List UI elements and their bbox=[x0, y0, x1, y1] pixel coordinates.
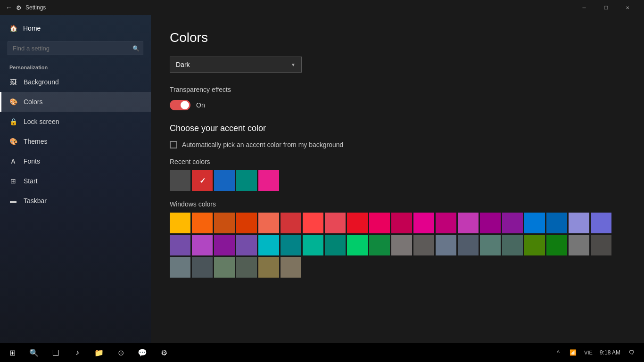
tray-wifi-icon[interactable]: 📶 bbox=[567, 343, 580, 362]
taskbar-icon: ▬ bbox=[9, 197, 17, 205]
windows-color-swatch-4[interactable] bbox=[258, 213, 279, 233]
windows-color-swatch-37[interactable] bbox=[546, 235, 567, 255]
sidebar-item-background[interactable]: 🖼 Background bbox=[0, 72, 151, 92]
chevron-down-icon: ▼ bbox=[291, 62, 296, 67]
windows-color-swatch-29[interactable] bbox=[369, 235, 390, 255]
search-input[interactable] bbox=[8, 41, 143, 55]
taskbar-search-button[interactable]: 🔍 bbox=[24, 343, 44, 362]
windows-colors-grid bbox=[170, 213, 625, 278]
sidebar-item-colors[interactable]: 🎨 Colors bbox=[0, 92, 151, 112]
settings-icon: ⚙ bbox=[16, 4, 22, 11]
start-icon: ⊞ bbox=[9, 177, 17, 185]
auto-pick-row: Automatically pick an accent color from … bbox=[170, 141, 625, 148]
theme-dropdown[interactable]: Dark ▼ bbox=[170, 57, 302, 73]
taskbar-app-spotify[interactable]: ♪ bbox=[67, 343, 88, 362]
notification-icon[interactable]: 🗨 bbox=[625, 343, 638, 362]
sidebar-item-themes[interactable]: 🎨 Themes bbox=[0, 132, 151, 151]
auto-pick-label: Automatically pick an accent color from … bbox=[182, 141, 343, 148]
windows-color-swatch-31[interactable] bbox=[413, 235, 434, 255]
auto-pick-checkbox[interactable] bbox=[170, 141, 177, 148]
taskbar-apps: ♪ 📁 ⊙ 💬 ⚙ bbox=[67, 343, 174, 362]
windows-color-swatch-7[interactable] bbox=[325, 213, 346, 233]
sidebar-home-label: Home bbox=[23, 25, 41, 32]
windows-color-swatch-40[interactable] bbox=[170, 257, 190, 278]
windows-color-swatch-24[interactable] bbox=[258, 235, 279, 255]
titlebar-title: Settings bbox=[25, 4, 570, 11]
windows-color-swatch-1[interactable] bbox=[192, 213, 213, 233]
toggle-knob bbox=[181, 101, 189, 109]
windows-color-swatch-23[interactable] bbox=[236, 235, 257, 255]
recent-color-swatch-3[interactable] bbox=[236, 170, 257, 191]
windows-color-swatch-25[interactable] bbox=[281, 235, 301, 255]
windows-color-swatch-42[interactable] bbox=[214, 257, 235, 278]
windows-color-swatch-22[interactable] bbox=[214, 235, 235, 255]
windows-color-swatch-13[interactable] bbox=[458, 213, 479, 233]
windows-color-swatch-9[interactable] bbox=[369, 213, 390, 233]
windows-color-swatch-6[interactable] bbox=[303, 213, 323, 233]
windows-color-swatch-0[interactable] bbox=[170, 213, 190, 233]
windows-color-swatch-28[interactable] bbox=[347, 235, 368, 255]
maximize-button[interactable]: ☐ bbox=[595, 0, 617, 15]
sidebar-item-home[interactable]: 🏠 Home bbox=[0, 17, 151, 40]
tray-language[interactable]: VIE bbox=[582, 343, 595, 362]
taskbar-app-chrome[interactable]: ⊙ bbox=[110, 343, 131, 362]
windows-color-swatch-5[interactable] bbox=[281, 213, 301, 233]
windows-color-swatch-41[interactable] bbox=[192, 257, 213, 278]
sidebar-item-taskbar-label: Taskbar bbox=[24, 197, 47, 205]
content-area: Colors Dark ▼ Transparency effects On Ch… bbox=[151, 15, 644, 343]
transparency-toggle[interactable] bbox=[170, 100, 190, 110]
windows-color-swatch-36[interactable] bbox=[524, 235, 545, 255]
tray-chevron[interactable]: ^ bbox=[552, 343, 565, 362]
windows-color-swatch-2[interactable] bbox=[214, 213, 235, 233]
windows-color-swatch-3[interactable] bbox=[236, 213, 257, 233]
close-button[interactable]: ✕ bbox=[617, 0, 638, 15]
windows-color-swatch-35[interactable] bbox=[502, 235, 523, 255]
themes-icon: 🎨 bbox=[9, 138, 17, 145]
windows-color-swatch-34[interactable] bbox=[480, 235, 501, 255]
accent-color-heading: Choose your accent color bbox=[170, 123, 625, 133]
titlebar: ← ⚙ Settings ─ ☐ ✕ bbox=[0, 0, 644, 15]
windows-color-swatch-15[interactable] bbox=[502, 213, 523, 233]
taskbar-app-wechat[interactable]: 💬 bbox=[132, 343, 153, 362]
minimize-button[interactable]: ─ bbox=[573, 0, 595, 15]
taskbar-app-files[interactable]: 📁 bbox=[89, 343, 109, 362]
windows-color-swatch-27[interactable] bbox=[325, 235, 346, 255]
app-body: 🏠 Home 🔍 Personalization 🖼 Background 🎨 … bbox=[0, 15, 644, 343]
windows-color-swatch-21[interactable] bbox=[192, 235, 213, 255]
start-button[interactable]: ⊞ bbox=[2, 343, 23, 362]
sidebar-item-lock-screen[interactable]: 🔒 Lock screen bbox=[0, 112, 151, 132]
back-button[interactable]: ← bbox=[6, 4, 12, 11]
sidebar-item-taskbar[interactable]: ▬ Taskbar bbox=[0, 191, 151, 211]
windows-color-swatch-17[interactable] bbox=[546, 213, 567, 233]
windows-color-swatch-44[interactable] bbox=[258, 257, 279, 278]
taskbar-app-settings[interactable]: ⚙ bbox=[154, 343, 174, 362]
windows-color-swatch-10[interactable] bbox=[391, 213, 412, 233]
windows-color-swatch-20[interactable] bbox=[170, 235, 190, 255]
windows-color-swatch-14[interactable] bbox=[480, 213, 501, 233]
windows-color-swatch-38[interactable] bbox=[569, 235, 589, 255]
windows-color-swatch-8[interactable] bbox=[347, 213, 368, 233]
windows-color-swatch-16[interactable] bbox=[524, 213, 545, 233]
windows-color-swatch-30[interactable] bbox=[391, 235, 412, 255]
recent-color-swatch-4[interactable] bbox=[258, 170, 279, 191]
recent-color-swatch-2[interactable] bbox=[214, 170, 235, 191]
windows-color-swatch-45[interactable] bbox=[281, 257, 301, 278]
windows-color-swatch-33[interactable] bbox=[458, 235, 479, 255]
sidebar-item-start[interactable]: ⊞ Start bbox=[0, 171, 151, 191]
windows-color-swatch-19[interactable] bbox=[591, 213, 611, 233]
recent-colors-label: Recent colors bbox=[170, 158, 625, 165]
windows-color-swatch-39[interactable] bbox=[591, 235, 611, 255]
windows-color-swatch-43[interactable] bbox=[236, 257, 257, 278]
taskbar-clock[interactable]: 9:18 AM bbox=[597, 349, 623, 357]
windows-color-swatch-26[interactable] bbox=[303, 235, 323, 255]
windows-color-swatch-32[interactable] bbox=[436, 235, 456, 255]
sidebar-item-colors-label: Colors bbox=[24, 98, 42, 106]
windows-color-swatch-12[interactable] bbox=[436, 213, 456, 233]
sidebar-item-fonts[interactable]: A Fonts bbox=[0, 151, 151, 171]
windows-color-swatch-11[interactable] bbox=[413, 213, 434, 233]
recent-color-swatch-1[interactable] bbox=[192, 170, 213, 191]
windows-color-swatch-18[interactable] bbox=[569, 213, 589, 233]
taskbar-task-view-button[interactable]: ❑ bbox=[45, 343, 66, 362]
search-icon: 🔍 bbox=[132, 45, 140, 52]
recent-color-swatch-0[interactable] bbox=[170, 170, 190, 191]
